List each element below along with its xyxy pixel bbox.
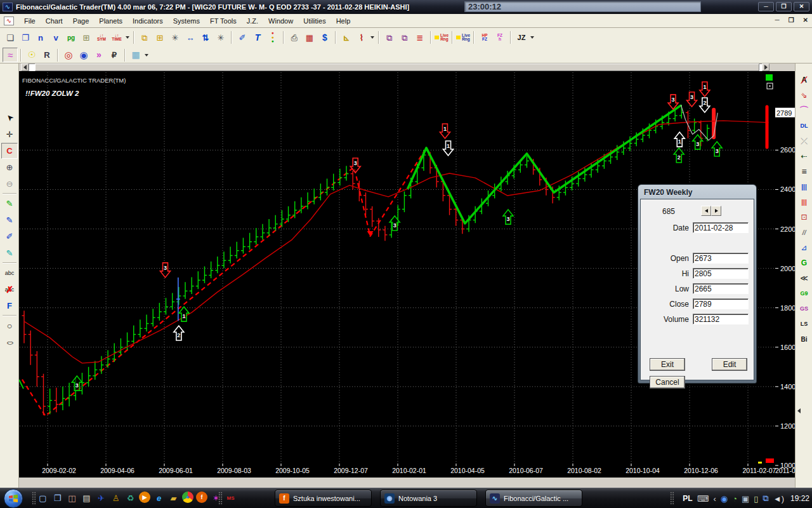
menu-utilities[interactable]: Utilities xyxy=(298,15,331,27)
open-field[interactable] xyxy=(693,253,749,264)
menu-window[interactable]: Window xyxy=(263,15,298,27)
menu-chart[interactable]: Chart xyxy=(41,15,68,27)
menu-file[interactable]: File xyxy=(19,15,41,27)
dollar-icon[interactable]: $ xyxy=(317,30,332,45)
chess-app-icon[interactable]: ♙ xyxy=(110,491,122,504)
planet-lines-icon[interactable]: ≈ xyxy=(3,48,18,62)
ruler-icon[interactable]: ⊾ xyxy=(339,30,354,45)
exit-button[interactable]: Exit xyxy=(650,358,685,371)
cascade-add-icon[interactable]: ⊞ xyxy=(152,30,167,45)
fibo-f-icon[interactable]: F xyxy=(1,298,18,314)
pointer-pen-icon[interactable]: ✐ xyxy=(235,30,250,45)
cancel-button[interactable]: Cancel xyxy=(650,376,685,389)
media-player-icon[interactable]: ▶ xyxy=(139,491,150,503)
crosshair-icon[interactable]: ✛ xyxy=(1,126,18,142)
low-field[interactable] xyxy=(693,283,749,294)
red-grid-icon[interactable]: ≣ xyxy=(412,30,428,45)
grid-box-icon[interactable]: ▦ xyxy=(128,48,143,62)
bi-icon[interactable]: Bi xyxy=(796,331,812,347)
scroll-right-icon[interactable] xyxy=(762,64,769,71)
scrollbar-thumb[interactable] xyxy=(35,64,759,71)
retrograde-icon[interactable]: R xyxy=(39,48,55,62)
windows-3-icon[interactable]: ⧉ xyxy=(397,30,412,45)
window-switcher-icon[interactable]: ❐ xyxy=(51,491,63,504)
task-sztuka-button[interactable]: fSztuka inwestowani... xyxy=(275,490,372,507)
gs-icon[interactable]: GS xyxy=(796,301,812,316)
messenger-icon[interactable]: ◉ xyxy=(721,494,728,504)
text-abc-delete-icon[interactable]: abc✗ xyxy=(1,281,18,297)
mdi-restore-icon[interactable]: ❐ xyxy=(789,17,794,23)
text-abc-icon[interactable]: abc xyxy=(1,265,18,281)
ellipse-tool-icon[interactable]: ○ xyxy=(1,334,18,350)
drop-4-icon[interactable] xyxy=(143,48,150,62)
fzh-icon[interactable]: FZh xyxy=(492,30,508,45)
cross-lines-icon[interactable]: ⤫ xyxy=(796,133,812,149)
dl-tool-icon[interactable]: DL xyxy=(796,118,812,133)
grid-window-icon[interactable]: ⊞ xyxy=(79,30,94,45)
volume-field[interactable] xyxy=(693,314,749,324)
andrews-a-icon[interactable]: A⟋ xyxy=(796,72,812,88)
menu-planets[interactable]: Planets xyxy=(94,15,128,27)
print-icon[interactable]: ⎙ xyxy=(287,30,302,45)
record-next-button[interactable] xyxy=(711,206,721,216)
close-button[interactable]: ✕ xyxy=(794,2,809,11)
line-blue-icon[interactable]: ✐ xyxy=(1,229,18,244)
menu-indicators[interactable]: Indicators xyxy=(128,15,168,27)
open-switch-icon[interactable]: ❐ xyxy=(18,30,33,45)
magnet-icon[interactable]: C xyxy=(1,143,18,159)
text-tool-icon[interactable]: T xyxy=(250,30,265,45)
palette-scroll-icon[interactable] xyxy=(797,408,804,414)
h-lines-icon[interactable]: ≡ xyxy=(796,164,812,179)
diag-lines-icon[interactable]: // xyxy=(796,225,812,240)
chart-scrollbar[interactable] xyxy=(21,64,769,71)
record-prev-button[interactable] xyxy=(701,206,711,216)
notepad-icon[interactable]: ▤ xyxy=(81,491,93,504)
gann-g-icon[interactable]: G xyxy=(796,255,812,271)
gann-triangle-icon[interactable]: ⊿ xyxy=(796,240,812,255)
task-notowania-button[interactable]: ◉Notowania 3 xyxy=(380,490,477,507)
aspect-arrows-icon[interactable]: » xyxy=(91,48,107,62)
width-fit-icon[interactable]: ↔ xyxy=(183,30,198,45)
v-lines-red-icon[interactable]: ||| xyxy=(796,194,812,210)
drop-1-icon[interactable] xyxy=(124,30,131,45)
task-fibonacci-button[interactable]: ∿Fibonacci/Galactic ... xyxy=(485,490,582,507)
close-field[interactable] xyxy=(693,298,749,309)
pen-blue-icon[interactable]: ✎ xyxy=(1,212,18,228)
menu-page[interactable]: Page xyxy=(68,15,95,27)
hi-field[interactable] xyxy=(693,268,749,279)
fib-arcs-icon[interactable]: ⌒ xyxy=(796,103,812,118)
dialog-title[interactable]: FW20 Weekly xyxy=(640,187,754,199)
live-range-red-icon[interactable]: LiveRng xyxy=(434,30,449,45)
blue-bird-icon[interactable]: ✈ xyxy=(95,491,107,504)
menu-ft-tools[interactable]: FT Tools xyxy=(205,15,242,27)
mdi-minimize-icon[interactable]: ─ xyxy=(775,17,780,23)
scale-v-icon[interactable]: v xyxy=(48,30,63,45)
firefox-icon[interactable]: f xyxy=(196,491,207,503)
drop-3-icon[interactable] xyxy=(529,30,535,45)
pencil-cyan-icon[interactable]: ✎ xyxy=(1,245,18,261)
scale-updown-icon[interactable]: ⇅ xyxy=(198,30,213,45)
scroll-left-icon[interactable] xyxy=(21,64,29,71)
zoom-in-icon[interactable]: ⊕ xyxy=(1,159,18,175)
circle-tool-icon[interactable]: ○ xyxy=(1,318,18,333)
folder-icon[interactable]: ▰ xyxy=(167,491,180,504)
show-desktop-icon[interactable]: ▢ xyxy=(37,491,49,504)
menu-j-z-[interactable]: J.Z. xyxy=(242,15,263,27)
keyboard-icon[interactable]: ⌨ xyxy=(697,494,709,504)
restore-button[interactable]: ❐ xyxy=(776,2,792,11)
hp-fz-icon[interactable]: HPFZ xyxy=(477,30,492,45)
menu-help[interactable]: Help xyxy=(331,15,356,27)
zoom-out-icon[interactable]: ⊖ xyxy=(1,176,18,192)
drop-2-icon[interactable] xyxy=(369,30,376,45)
ms-app-icon[interactable]: MS xyxy=(225,491,237,504)
zoom-all-icon[interactable]: ✳ xyxy=(167,30,183,45)
v-lines-blue-icon[interactable]: ||| xyxy=(796,179,812,194)
chrome-icon[interactable]: ● xyxy=(182,491,193,503)
page-pg-icon[interactable]: pg xyxy=(63,30,79,45)
windows-2-icon[interactable]: ⧉ xyxy=(382,30,397,45)
collapse-arrow-icon[interactable]: ‹ xyxy=(713,494,716,504)
edit-button[interactable]: Edit xyxy=(712,358,747,371)
display-icon[interactable]: ▣ xyxy=(742,494,749,504)
volume-icon[interactable]: ◄) xyxy=(773,494,784,504)
mdi-close-icon[interactable]: ✕ xyxy=(803,17,808,23)
